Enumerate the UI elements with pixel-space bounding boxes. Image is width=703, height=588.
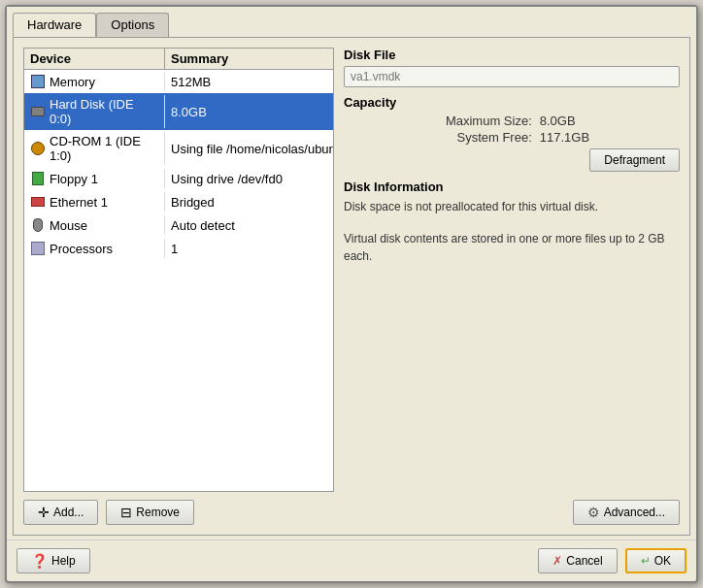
remove-label: Remove <box>136 506 180 519</box>
table-row[interactable]: Ethernet 1 Bridged <box>24 190 333 213</box>
footer-right: ✗ Cancel ↵ OK <box>538 548 686 573</box>
tab-bar: Hardware Options <box>7 7 696 37</box>
main-content: Device Summary Memory 512MB Hard Disk (I… <box>13 37 690 536</box>
capacity-title: Capacity <box>344 95 680 110</box>
device-name-cell: Hard Disk (IDE 0:0) <box>24 95 165 128</box>
device-name-cell: Mouse <box>24 215 165 235</box>
memory-icon <box>30 74 46 89</box>
device-name: Hard Disk (IDE 0:0) <box>50 97 158 126</box>
dialog-footer: ❓ Help ✗ Cancel ↵ OK <box>7 539 696 581</box>
capacity-section: Capacity Maximum Size: 8.0GB System Free… <box>344 95 680 172</box>
table-row[interactable]: Mouse Auto detect <box>24 213 333 237</box>
col-summary-header: Summary <box>165 49 333 69</box>
help-icon: ❓ <box>31 553 48 569</box>
device-name: Ethernet 1 <box>50 195 108 210</box>
table-row[interactable]: Floppy 1 Using drive /dev/fd0 <box>24 167 333 190</box>
network-icon <box>30 194 46 210</box>
ok-label: OK <box>654 554 671 568</box>
disk-info-section: Disk Information Disk space is not preal… <box>344 180 680 265</box>
device-name: Floppy 1 <box>50 172 98 186</box>
help-label: Help <box>51 554 76 568</box>
sys-free-label: System Free: <box>355 130 532 145</box>
cpu-icon <box>30 241 46 256</box>
device-name: Mouse <box>50 218 87 233</box>
cancel-icon: ✗ <box>552 554 562 568</box>
footer-left: ❓ Help <box>17 548 90 573</box>
floppy-icon <box>30 171 46 186</box>
add-icon: ✛ <box>38 505 50 520</box>
remove-icon: ⊟ <box>120 505 132 520</box>
table-row[interactable]: CD-ROM 1 (IDE 1:0) Using file /home/nico… <box>24 130 333 167</box>
table-row[interactable]: Memory 512MB <box>24 70 333 93</box>
mouse-icon <box>30 217 46 233</box>
device-summary-cell: 1 <box>165 240 333 258</box>
table-header: Device Summary <box>24 49 333 70</box>
device-summary-cell: Bridged <box>165 193 333 212</box>
remove-button[interactable]: ⊟ Remove <box>106 500 194 525</box>
device-summary-cell: Using file /home/nicolas/ubuntu <box>165 140 333 158</box>
tab-options[interactable]: Options <box>96 13 169 37</box>
gear-icon: ⚙ <box>587 505 600 520</box>
device-name-cell: Processors <box>24 239 165 258</box>
cancel-button[interactable]: ✗ Cancel <box>538 548 617 573</box>
cancel-label: Cancel <box>566 554 602 568</box>
advanced-label: Advanced... <box>604 506 665 519</box>
device-name-cell: Floppy 1 <box>24 169 165 188</box>
advanced-row: ⚙ Advanced... <box>344 500 680 525</box>
add-label: Add... <box>53 506 84 519</box>
device-table: Device Summary Memory 512MB Hard Disk (I… <box>23 48 334 492</box>
ok-icon: ↵ <box>641 554 651 568</box>
device-name-cell: CD-ROM 1 (IDE 1:0) <box>24 132 165 165</box>
device-name: Processors <box>50 242 113 256</box>
help-button[interactable]: ❓ Help <box>17 548 90 573</box>
device-summary-cell: Using drive /dev/fd0 <box>165 170 333 188</box>
hdd-icon <box>30 104 46 119</box>
max-size-label: Maximum Size: <box>355 114 532 128</box>
defragment-row: Defragment <box>344 148 680 172</box>
tab-hardware[interactable]: Hardware <box>13 13 96 37</box>
advanced-button[interactable]: ⚙ Advanced... <box>573 500 680 525</box>
disk-file-section: Disk File <box>344 48 680 87</box>
capacity-grid: Maximum Size: 8.0GB System Free: 117.1GB <box>344 114 680 145</box>
dialog: Hardware Options Device Summary Memory 5… <box>5 5 698 583</box>
table-row[interactable]: Processors 1 <box>24 237 333 260</box>
disk-info-line1: Disk space is not preallocated for this … <box>344 198 680 215</box>
panel-footer: ✛ Add... ⊟ Remove <box>23 492 334 525</box>
cdrom-icon <box>30 141 46 156</box>
table-row[interactable]: Hard Disk (IDE 0:0) 8.0GB <box>24 93 333 130</box>
device-summary-cell: 512MB <box>165 73 333 91</box>
device-name-cell: Ethernet 1 <box>24 192 165 212</box>
device-name-cell: Memory <box>24 72 165 91</box>
device-name: CD-ROM 1 (IDE 1:0) <box>50 134 158 163</box>
max-size-value: 8.0GB <box>540 114 680 128</box>
defragment-button[interactable]: Defragment <box>589 148 680 172</box>
col-device-header: Device <box>24 49 165 69</box>
ok-button[interactable]: ↵ OK <box>625 548 686 573</box>
device-panel: Device Summary Memory 512MB Hard Disk (I… <box>23 48 334 525</box>
disk-info-title: Disk Information <box>344 180 680 194</box>
device-name: Memory <box>50 75 95 89</box>
device-summary-cell: Auto detect <box>165 216 333 235</box>
right-panel: Disk File Capacity Maximum Size: 8.0GB S… <box>344 48 680 525</box>
disk-file-input[interactable] <box>344 66 680 87</box>
device-summary-cell: 8.0GB <box>165 103 333 121</box>
disk-info-line2: Virtual disk contents are stored in one … <box>344 230 680 265</box>
add-button[interactable]: ✛ Add... <box>23 500 98 525</box>
spacer <box>344 273 680 492</box>
sys-free-value: 117.1GB <box>540 130 680 145</box>
disk-file-title: Disk File <box>344 48 680 62</box>
